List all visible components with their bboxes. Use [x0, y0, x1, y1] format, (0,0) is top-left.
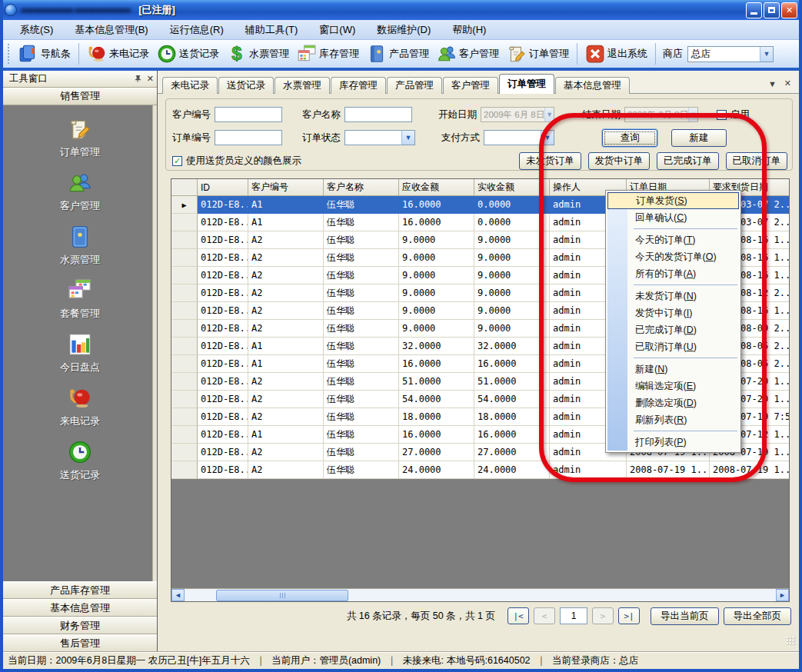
horizontal-scrollbar[interactable]: ◄ ►: [171, 588, 789, 601]
context-menu-item[interactable]: 今天的订单(T): [607, 231, 739, 248]
tab-item[interactable]: 产品管理: [387, 77, 442, 94]
column-header[interactable]: 应收金额: [399, 179, 474, 196]
sidebar-group-button[interactable]: 财务管理: [3, 617, 157, 634]
order-status-filter-button[interactable]: 未发货订单: [519, 152, 581, 170]
order-status-filter-button[interactable]: 发货中订单: [588, 152, 651, 170]
menubar-item[interactable]: 数据维护(D): [366, 20, 441, 40]
sidebar-group-button[interactable]: 售后管理: [3, 634, 157, 652]
toolbar-button[interactable]: 订单管理: [503, 42, 573, 66]
context-menu-item[interactable]: 删除选定项(D): [607, 394, 739, 411]
row-selector-cell[interactable]: [171, 214, 198, 231]
toolbar-button[interactable]: 退出系统: [581, 42, 651, 66]
context-menu-item[interactable]: 打印列表(P): [607, 434, 739, 451]
row-selector-cell[interactable]: [171, 338, 198, 355]
sidebar-scrollbar[interactable]: [152, 105, 157, 581]
close-button[interactable]: ✕: [781, 2, 797, 18]
toolbar-button[interactable]: $水票管理: [223, 42, 293, 66]
context-menu-item[interactable]: 发货中订单(I): [607, 304, 739, 321]
tab-item[interactable]: 基本信息管理: [555, 77, 630, 94]
toolbar-button[interactable]: 库存管理: [293, 42, 363, 66]
column-header[interactable]: 客户名称: [324, 179, 399, 196]
row-selector-cell[interactable]: [171, 355, 198, 373]
row-selector-cell[interactable]: [171, 444, 198, 461]
sidebar-item[interactable]: 套餐管理: [3, 278, 157, 321]
sidebar-item[interactable]: 客户管理: [3, 171, 157, 213]
sidebar-item[interactable]: 今日盘点: [3, 332, 157, 374]
table-row[interactable]: 012D-E8...A2伍华聪24.000024.0000admin2008-0…: [171, 461, 789, 479]
toolbar-button[interactable]: 送货记录: [153, 42, 223, 66]
sidebar-item[interactable]: 送货记录: [3, 440, 157, 482]
customer-name-input[interactable]: [344, 107, 412, 122]
minimize-button[interactable]: [746, 2, 762, 18]
toolbar-button[interactable]: 客户管理: [433, 42, 503, 66]
context-menu-item[interactable]: 刷新列表(R): [607, 411, 739, 428]
order-status-select[interactable]: ▼: [344, 130, 415, 145]
row-selector-cell[interactable]: [171, 461, 198, 479]
row-selector-cell[interactable]: [171, 426, 198, 444]
column-header[interactable]: 实收金额: [474, 179, 550, 196]
row-selector-cell[interactable]: ▶: [171, 196, 198, 214]
row-selector-cell[interactable]: [171, 391, 198, 408]
scroll-left-icon[interactable]: ◄: [171, 589, 185, 601]
sidebar-group-button[interactable]: 基本信息管理: [3, 599, 157, 617]
tab-item[interactable]: 客户管理: [443, 77, 498, 94]
row-selector-cell[interactable]: [171, 408, 198, 426]
sidebar-group-header[interactable]: 销售管理: [3, 88, 157, 105]
sidebar-item[interactable]: 来电记录: [3, 386, 157, 428]
chevron-down-icon[interactable]: ▼: [760, 47, 773, 62]
row-selector-cell[interactable]: [171, 267, 198, 284]
start-date-picker[interactable]: 2009年 6月 8日 ▼: [481, 107, 554, 122]
tab-item[interactable]: 送货记录: [218, 77, 274, 94]
tab-item[interactable]: 水票管理: [275, 77, 330, 94]
sidebar-item[interactable]: 订单管理: [3, 117, 157, 159]
row-selector-cell[interactable]: [171, 249, 198, 267]
row-selector-cell[interactable]: [171, 284, 198, 302]
context-menu-item[interactable]: 编辑选定项(E): [607, 378, 739, 394]
order-status-filter-button[interactable]: 已取消订单: [726, 152, 788, 170]
context-menu-item[interactable]: 新建(N): [607, 361, 739, 378]
query-button[interactable]: 查询: [602, 129, 657, 147]
sidebar-group-button[interactable]: 产品库存管理: [3, 581, 157, 599]
customer-no-input[interactable]: [215, 107, 282, 122]
driver-color-checkbox[interactable]: ✓: [172, 156, 182, 166]
order-no-input[interactable]: [215, 130, 282, 145]
toolbar-button[interactable]: 导航条: [15, 42, 75, 66]
tab-item[interactable]: 订单管理: [499, 74, 554, 94]
row-selector-cell[interactable]: [171, 231, 198, 249]
tool-window-close-icon[interactable]: ✕: [147, 74, 154, 84]
context-menu-item[interactable]: 回单确认(C): [607, 209, 739, 226]
maximize-button[interactable]: [764, 2, 780, 18]
tab-close-icon[interactable]: ✕: [784, 78, 791, 88]
export-current-page-button[interactable]: 导出当前页: [651, 607, 719, 625]
scroll-right-icon[interactable]: ►: [776, 589, 789, 601]
tab-list-dropdown-icon[interactable]: ▼: [768, 79, 777, 88]
context-menu-item[interactable]: 已完成订单(D): [607, 321, 739, 338]
first-page-button[interactable]: |<: [507, 607, 529, 624]
prev-page-button[interactable]: <: [534, 607, 555, 624]
column-header[interactable]: ID: [198, 179, 248, 196]
context-menu-item[interactable]: 订单发货(S): [607, 192, 739, 209]
context-menu-item[interactable]: 今天的发货订单(O): [607, 248, 739, 265]
enable-dates-checkbox[interactable]: [717, 110, 727, 120]
context-menu-item[interactable]: 所有的订单(A): [607, 265, 739, 282]
toolbar-button[interactable]: 来电记录: [83, 42, 153, 66]
shop-select[interactable]: 总店 ▼: [687, 46, 774, 62]
new-button[interactable]: 新建: [671, 129, 727, 147]
scrollbar-thumb[interactable]: [216, 590, 348, 601]
tab-item[interactable]: 库存管理: [331, 77, 386, 94]
export-all-pages-button[interactable]: 导出全部页: [724, 607, 792, 625]
toolbar-button[interactable]: 产品管理: [363, 42, 433, 66]
row-selector-cell[interactable]: [171, 320, 198, 338]
toolbar-grip[interactable]: [8, 44, 12, 64]
next-page-button[interactable]: >: [592, 607, 614, 624]
row-selector-cell[interactable]: [171, 302, 198, 320]
tab-item[interactable]: 来电记录: [162, 77, 218, 94]
order-status-filter-button[interactable]: 已完成订单: [657, 152, 719, 170]
column-header[interactable]: 客户编号: [248, 179, 324, 196]
pay-method-select[interactable]: ▼: [484, 130, 554, 145]
resize-grip[interactable]: [787, 637, 796, 646]
sidebar-item[interactable]: 水票管理: [3, 225, 157, 267]
pin-icon[interactable]: [134, 75, 142, 83]
row-selector-cell[interactable]: [171, 373, 198, 391]
page-number-input[interactable]: 1: [560, 607, 587, 624]
